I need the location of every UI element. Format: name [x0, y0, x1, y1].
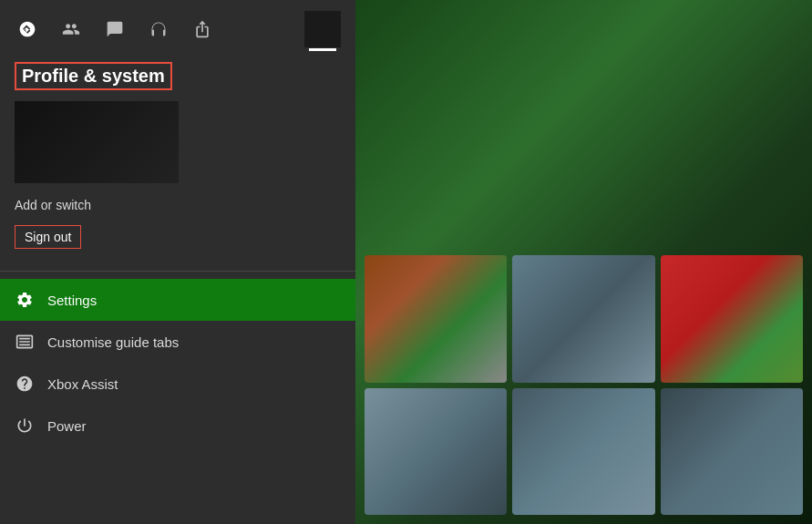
game-thumbnail-3: [661, 255, 803, 383]
avatar[interactable]: [304, 11, 341, 47]
xbox-assist-icon: [15, 374, 35, 394]
sidebar-panel: Profile & system Add or switch Sign out …: [0, 0, 355, 524]
power-label: Power: [47, 418, 87, 434]
share-icon[interactable]: [190, 16, 215, 42]
add-switch-button[interactable]: Add or switch: [15, 194, 341, 216]
user-card-inner: [15, 101, 179, 183]
profile-system-title: Profile & system: [15, 62, 172, 90]
menu-item-settings[interactable]: Settings: [0, 279, 355, 321]
game-thumbnail-6: [661, 388, 803, 516]
user-card[interactable]: [15, 101, 179, 183]
game-thumbnail-5: [512, 388, 654, 516]
profile-header: Profile & system Add or switch Sign out: [0, 55, 355, 263]
menu-item-xbox-assist[interactable]: Xbox Assist: [0, 363, 355, 405]
customise-label: Customise guide tabs: [47, 334, 179, 350]
chat-icon[interactable]: [102, 16, 128, 42]
menu-item-power[interactable]: Power: [0, 405, 355, 447]
xbox-assist-label: Xbox Assist: [47, 376, 118, 392]
power-icon: [15, 416, 35, 436]
game-thumbnail-2: [512, 255, 654, 383]
game-thumbnail-1: [365, 255, 507, 383]
nav-bar: [0, 0, 355, 55]
xbox-home-icon[interactable]: [15, 16, 40, 42]
customise-icon: [15, 332, 35, 352]
menu-item-customise[interactable]: Customise guide tabs: [0, 321, 355, 363]
sign-out-button[interactable]: Sign out: [15, 225, 81, 249]
party-icon[interactable]: [146, 16, 171, 42]
menu-divider: [0, 271, 355, 272]
game-grid: [355, 0, 812, 524]
settings-label: Settings: [47, 293, 97, 308]
settings-icon: [15, 290, 35, 310]
people-icon[interactable]: [58, 16, 84, 42]
game-thumbnail-4: [365, 388, 507, 516]
